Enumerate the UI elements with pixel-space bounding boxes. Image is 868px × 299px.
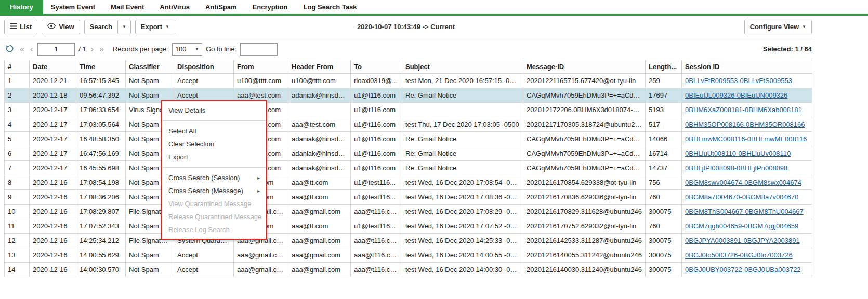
export-button[interactable]: Export ▼	[135, 20, 175, 34]
cell-session-id: 0BHLjtPI008098-0BHLjtPn008098	[682, 161, 812, 175]
table-row[interactable]: 122020-12-1614:25:34.212File SignatureSy…	[5, 234, 812, 248]
table-row[interactable]: 42020-12-1717:03:05.564Not Spamaaa@test.…	[5, 117, 812, 132]
cell-session-id: 0BGM8swv004674-0BGM8swx004674	[682, 175, 812, 190]
tab-log-search-task[interactable]: Log Search Task	[296, 0, 365, 14]
cell-time: 16:45:55.698	[76, 161, 126, 175]
cell-length: 17697	[646, 88, 682, 103]
table-row[interactable]: 32020-12-1717:06:33.654Virus Signatureaa…	[5, 103, 812, 117]
session-id-link[interactable]: 0BGM8swv004674-0BGM8swx004674	[685, 179, 801, 186]
cell-header-from: aaa@tt.com	[288, 219, 351, 234]
cell-length: 760	[646, 219, 682, 234]
last-page-button[interactable]: »	[98, 45, 105, 53]
tab-encryption[interactable]: Encryption	[245, 0, 296, 14]
cell-subject: test Wed, 16 Dec 2020 14:25:33 -0500	[402, 234, 523, 248]
table-row[interactable]: 142020-12-1614:00:30.570Not SpamAcceptaa…	[5, 263, 812, 277]
chevron-down-icon: ▼	[122, 25, 126, 29]
column-header-disposition[interactable]: Disposition	[174, 60, 234, 74]
list-button[interactable]: List	[4, 20, 37, 34]
tab-system-event[interactable]: System Event	[43, 0, 103, 14]
session-id-link[interactable]: 0BGJ0UBY003722-0BGJ0UBa003722	[685, 266, 801, 274]
search-button[interactable]: Search	[84, 20, 118, 34]
table-row[interactable]: 52020-12-1716:48:58.350Not Spamaaa@test.…	[5, 132, 812, 146]
cell-message-id: 20201216140055.311242@ubuntu246	[523, 248, 646, 263]
view-button[interactable]: View	[42, 20, 80, 34]
cell-date: 2020-12-16	[30, 234, 76, 248]
session-id-link[interactable]: 0BGM8ThS004667-0BGM8ThU004667	[685, 208, 804, 215]
column-header-length-[interactable]: Length...	[646, 60, 682, 74]
table-row[interactable]: 12020-12-2116:57:15.345Not SpamAcceptu10…	[5, 74, 812, 88]
cell-from: u100@tttt.com	[234, 74, 288, 88]
menu-item-cross-search-message-[interactable]: Cross Search (Message)▸	[162, 184, 266, 197]
table-row[interactable]: 92020-12-1617:08:36.206Not Spamaaa@tt.co…	[5, 190, 812, 205]
cell-subject: test Mon, 21 Dec 2020 16:57:15 -0500	[402, 74, 523, 88]
column-header-from[interactable]: From	[234, 60, 288, 74]
cell-header-from: aaa@test.com	[288, 117, 351, 132]
table-row[interactable]: 22020-12-1809:56:47.392Not SpamAcceptaaa…	[5, 88, 812, 103]
table-header-row: #DateTimeClassifierDispositionFromHeader…	[5, 60, 812, 74]
session-id-link[interactable]: 0BHLjtPI008098-0BHLjtPn008098	[685, 164, 787, 172]
table-row[interactable]: 102020-12-1617:08:29.807File Signatureaa…	[5, 205, 812, 219]
tab-antispam[interactable]: AntiSpam	[198, 0, 245, 14]
cell-header-from: aaa@gmail.com	[288, 205, 351, 219]
tab-mail-event[interactable]: Mail Event	[103, 0, 152, 14]
page-number-input[interactable]	[37, 43, 75, 56]
cell-num: 5	[5, 132, 30, 146]
cell-header-from: adaniak@hinsdale8...	[288, 132, 351, 146]
session-id-link[interactable]: 0BHLmwMC008116-0BHLmwME008116	[685, 135, 807, 143]
first-page-button[interactable]: «	[19, 45, 25, 53]
cell-time: 17:08:36.206	[76, 190, 126, 205]
menu-item-release-log-search: Release Log Search	[162, 223, 266, 236]
cell-message-id: 20201216140030.311240@ubuntu246	[523, 263, 646, 277]
session-id-link[interactable]: 0BGJ0to5003726-0BGJ0to7003726	[685, 251, 793, 259]
tab-antivirus[interactable]: AntiVirus	[152, 0, 198, 14]
next-page-button[interactable]: ›	[90, 45, 95, 53]
session-id-link[interactable]: 0BGJPYA0003891-0BGJPYA2003891	[685, 237, 800, 244]
cell-date: 2020-12-17	[30, 132, 76, 146]
records-per-page-select[interactable]: 100 ▼	[172, 43, 202, 56]
cell-subject: Re: Gmail Notice	[402, 88, 523, 103]
table-row[interactable]: 82020-12-1617:08:54.198Not Spamaaa@tt.co…	[5, 175, 812, 190]
session-id-link[interactable]: 0BIEulJL009326-0BIEulJN009326	[685, 91, 787, 99]
menu-item-view-details[interactable]: View Details	[162, 104, 266, 117]
menu-item-export[interactable]: Export	[162, 151, 266, 164]
menu-item-select-all[interactable]: Select All	[162, 125, 266, 138]
search-button-label: Search	[90, 23, 112, 31]
menu-item-cross-search-session-[interactable]: Cross Search (Session)▸	[162, 171, 266, 184]
table-row[interactable]: 72020-12-1716:45:55.698Not Spamaaa@test.…	[5, 161, 812, 175]
go-to-line-input[interactable]	[240, 43, 278, 56]
table-row[interactable]: 112020-12-1617:07:52.343Not Spamaaa@tt.c…	[5, 219, 812, 234]
cell-classifier: Not Spam	[126, 248, 174, 263]
cell-message-id: CAGqMMvh7059EhDMu3P=+=aCdek...	[523, 132, 646, 146]
table-row[interactable]: 132020-12-1614:00:55.629Not SpamAcceptaa…	[5, 248, 812, 263]
menu-item-label: View Quarantined Message	[168, 197, 251, 210]
cell-disposition: Accept	[174, 248, 234, 263]
session-id-link[interactable]: 0BGM8a7t004670-0BGM8a7v004670	[685, 193, 798, 201]
column-header-to[interactable]: To	[351, 60, 402, 74]
column-header-message-id[interactable]: Message-ID	[523, 60, 646, 74]
session-id-link[interactable]: 0BHLluUt008110-0BHLluUv008110	[685, 150, 791, 157]
column-header-time[interactable]: Time	[76, 60, 126, 74]
chevron-down-icon: ▼	[802, 25, 806, 29]
refresh-button[interactable]	[4, 43, 15, 56]
configure-view-button[interactable]: Configure View ▼	[744, 20, 812, 34]
cell-length: 259	[646, 74, 682, 88]
cell-header-from: aaa@gmail.com	[288, 234, 351, 248]
session-id-link[interactable]: 0BHM6XaZ008181-0BHM6Xab008181	[685, 106, 802, 114]
session-id-link[interactable]: 0BLLvFtR009553-0BLLvFtS009553	[685, 77, 792, 85]
cell-session-id: 0BHLmwMC008116-0BHLmwME008116	[682, 132, 812, 146]
cell-to: aaa@t116.com	[351, 248, 402, 263]
session-id-link[interactable]: 0BHM35OP008166-0BHM35OR008166	[685, 120, 805, 128]
records-per-page-label: Records per page:	[113, 45, 168, 53]
session-id-link[interactable]: 0BGM7qgh004659-0BGM7qgj004659	[685, 222, 798, 230]
column-header-classifier[interactable]: Classifier	[126, 60, 174, 74]
column-header-date[interactable]: Date	[30, 60, 76, 74]
tab-history[interactable]: History	[0, 0, 43, 14]
table-row[interactable]: 62020-12-1716:47:56.169Not Spamaaa@test.…	[5, 146, 812, 161]
prev-page-button[interactable]: ‹	[29, 45, 34, 53]
column-header-session-id[interactable]: Session ID	[682, 60, 812, 74]
search-dropdown-button[interactable]: ▼	[118, 20, 131, 34]
menu-item-clear-selection[interactable]: Clear Selection	[162, 138, 266, 151]
column-header-subject[interactable]: Subject	[402, 60, 523, 74]
column-header-header-from[interactable]: Header From	[288, 60, 351, 74]
column-header--[interactable]: #	[5, 60, 30, 74]
